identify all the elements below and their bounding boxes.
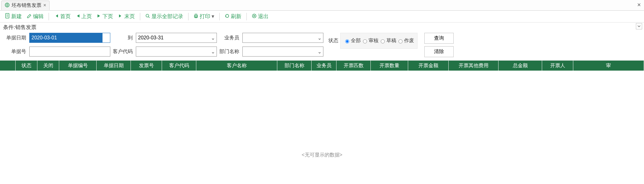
bill-date-from-field[interactable]: ⌄: [29, 33, 110, 43]
last-page-button[interactable]: 末页: [116, 12, 137, 21]
first-page-icon: [54, 13, 59, 19]
close-icon[interactable]: ×: [637, 1, 641, 8]
exit-button[interactable]: 退出: [250, 12, 270, 21]
tab-close-icon[interactable]: ×: [43, 2, 46, 8]
bill-no-input[interactable]: [30, 47, 110, 56]
next-label: 下页: [103, 13, 113, 20]
status-all[interactable]: 全部: [344, 37, 361, 44]
bill-date-to-field[interactable]: ⌄: [136, 33, 217, 43]
tab-title: 坯布销售发票: [12, 2, 41, 9]
col-issuer[interactable]: 开票人: [542, 61, 573, 71]
showall-label: 显示全部记录: [151, 13, 183, 20]
col-dept[interactable]: 部门名称: [277, 61, 312, 71]
col-amount[interactable]: 开票金额: [408, 61, 449, 71]
prev-page-button[interactable]: 上页: [74, 12, 94, 21]
refresh-icon: [225, 13, 230, 19]
col-cust-code[interactable]: 客户代码: [162, 61, 196, 71]
status-label: 状态: [328, 37, 338, 44]
exit-label: 退出: [258, 13, 269, 20]
edit-icon: [27, 13, 32, 19]
prev-label: 上页: [81, 13, 92, 20]
refresh-button[interactable]: 刷新: [223, 12, 243, 21]
new-button[interactable]: 新建: [3, 12, 24, 21]
cust-code-input[interactable]: [136, 47, 209, 56]
status-draft[interactable]: 草稿: [379, 37, 396, 44]
col-bill-date[interactable]: 单据日期: [97, 61, 131, 71]
salesman-input[interactable]: [243, 33, 316, 42]
separator: [49, 13, 49, 20]
chevron-down-icon[interactable]: ⌄: [316, 47, 323, 56]
next-page-button[interactable]: 下页: [95, 12, 115, 21]
svg-line-6: [149, 17, 150, 18]
salesman-field[interactable]: ⌄: [242, 33, 323, 43]
print-button[interactable]: 打印 ▾: [192, 12, 216, 21]
table-header: 状态 关闭 单据编号 单据日期 发票号 客户代码 客户名称 部门名称 业务员 开…: [0, 61, 644, 71]
salesman-label: 业务员: [219, 35, 240, 41]
separator: [219, 13, 220, 20]
condition-row: 条件:销售发票: [0, 22, 644, 31]
collapse-icon[interactable]: [636, 23, 642, 29]
dept-input[interactable]: [243, 47, 316, 56]
chevron-down-icon[interactable]: ▾: [212, 13, 214, 20]
new-doc-icon: [5, 13, 10, 20]
chevron-down-icon[interactable]: ⌄: [209, 33, 217, 42]
to-label: 到: [113, 35, 133, 41]
last-page-icon: [118, 13, 123, 19]
bill-date-to-input[interactable]: [136, 33, 209, 42]
action-buttons: 查询 清除: [424, 33, 454, 57]
last-label: 末页: [124, 13, 135, 20]
first-label: 首页: [60, 13, 71, 20]
bill-date-from-input[interactable]: [30, 33, 103, 42]
status-audited[interactable]: 审核: [361, 37, 379, 44]
toolbar: 新建 编辑 首页 上页 下页 末页 显示全部记录 打印 ▾ 刷新 退出: [0, 11, 644, 22]
chevron-down-icon[interactable]: ⌄: [103, 33, 110, 42]
col-selector[interactable]: [0, 61, 16, 71]
data-table: 状态 关闭 单据编号 单据日期 发票号 客户代码 客户名称 部门名称 业务员 开…: [0, 61, 644, 171]
col-bill-no[interactable]: 单据编号: [59, 61, 97, 71]
dept-label: 部门名称: [219, 48, 240, 55]
filter-area: 单据日期 ⌄ 到 ⌄ 业务员 ⌄ 单据号 客户代码 ⌄ 部门名称 ⌄ 状: [0, 31, 644, 61]
edit-button[interactable]: 编辑: [25, 12, 45, 21]
col-status[interactable]: 状态: [16, 61, 37, 71]
col-closed[interactable]: 关闭: [37, 61, 59, 71]
col-salesman[interactable]: 业务员: [312, 61, 336, 71]
refresh-label: 刷新: [231, 13, 241, 20]
empty-data-text: <无可显示的数据>: [0, 71, 644, 171]
prev-page-icon: [76, 13, 80, 19]
chevron-down-icon[interactable]: ⌄: [209, 47, 217, 56]
cust-code-label: 客户代码: [113, 48, 133, 55]
exit-icon: [252, 13, 257, 19]
print-label: 打印: [200, 13, 210, 20]
edit-label: 编辑: [33, 13, 44, 20]
chevron-down-icon[interactable]: ⌄: [316, 33, 323, 42]
separator: [140, 13, 140, 20]
tab-active[interactable]: 坯布销售发票 ×: [1, 1, 50, 10]
col-invoice-no[interactable]: 发票号: [131, 61, 162, 71]
separator: [246, 13, 247, 20]
status-radio-group: 全部 审核 草稿 作废: [340, 33, 417, 49]
col-total[interactable]: 总金额: [499, 61, 542, 71]
tab-bar: 坯布销售发票 × ×: [0, 0, 644, 11]
dept-field[interactable]: ⌄: [242, 47, 323, 57]
cust-code-field[interactable]: ⌄: [136, 47, 217, 57]
bill-date-label: 单据日期: [6, 35, 27, 41]
show-all-button[interactable]: 显示全部记录: [143, 12, 185, 21]
print-icon: [193, 13, 198, 19]
svg-point-5: [146, 14, 149, 17]
col-other-fee[interactable]: 开票其他费用: [449, 61, 499, 71]
status-block: 状态 全部 审核 草稿 作废: [328, 33, 417, 49]
status-void[interactable]: 作废: [397, 37, 414, 44]
svg-rect-8: [195, 14, 197, 15]
col-audit[interactable]: 审: [573, 61, 644, 71]
globe-icon: [5, 2, 10, 8]
col-roll-qty[interactable]: 开票匹数: [336, 61, 371, 71]
query-button[interactable]: 查询: [424, 33, 454, 44]
first-page-button[interactable]: 首页: [52, 12, 73, 21]
condition-label: 条件:销售发票: [3, 24, 36, 31]
bill-no-label: 单据号: [6, 48, 27, 55]
clear-button[interactable]: 清除: [424, 46, 454, 57]
col-qty[interactable]: 开票数量: [371, 61, 408, 71]
col-cust-name[interactable]: 客户名称: [196, 61, 277, 71]
bill-no-field[interactable]: [29, 47, 110, 57]
separator: [188, 13, 188, 20]
